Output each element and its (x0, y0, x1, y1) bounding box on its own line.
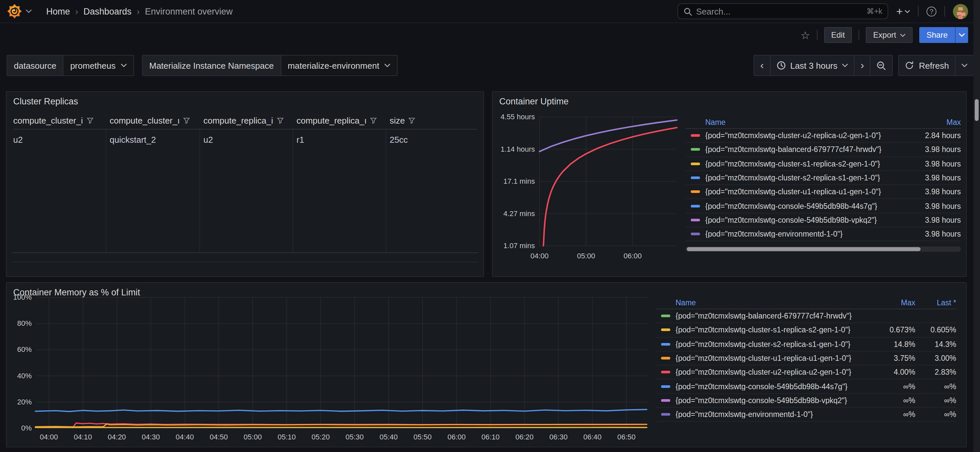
chevron-down-icon (121, 64, 127, 67)
add-new-button[interactable]: + (896, 6, 910, 17)
legend-series-name[interactable]: {pod="mz0tcmxlswtg-cluster-u1-replica-u1… (676, 354, 877, 362)
refresh-button[interactable]: Refresh (899, 56, 955, 75)
table-header-separator (13, 129, 477, 129)
panel-title: Container Uptime (499, 96, 569, 106)
grafana-logo-button[interactable] (6, 3, 32, 19)
filter-funnel-icon[interactable] (183, 117, 190, 124)
chevron-down-icon (900, 34, 905, 37)
refresh-interval-button[interactable] (955, 56, 974, 75)
x-axis-tick-label: 04:10 (74, 433, 92, 441)
x-axis-tick-label: 05:50 (414, 433, 431, 441)
legend-series-name[interactable]: {pod="mz0tcmxlswtg-cluster-s2-replica-s1… (705, 174, 915, 182)
legend-series-name[interactable]: {pod="mz0tcmxlswtg-console-549b5db98b-vp… (676, 396, 877, 404)
series-color-dash-icon (691, 149, 700, 151)
series-color-dash-icon (691, 176, 700, 179)
series-line (35, 409, 647, 411)
filter-funnel-icon[interactable] (86, 117, 94, 124)
legend-series-name[interactable]: {pod="mz0tcmxlswtg-environmentd-1-0"} (676, 410, 877, 418)
x-axis-tick-label: 04:20 (108, 433, 126, 441)
export-button[interactable]: Export (866, 27, 913, 43)
divider (918, 6, 919, 16)
time-shift-back-button[interactable]: ‹ (754, 56, 770, 75)
variable-datasource-label: datasource (7, 56, 63, 75)
x-axis-tick-label: 05:30 (346, 433, 364, 441)
legend-max-value: ∞% (877, 382, 915, 390)
legend-last-header[interactable]: Last * (915, 299, 956, 306)
table-cell: u2 (13, 135, 110, 145)
column-header-compute_replica_i[interactable]: compute_replica_i (204, 116, 296, 126)
legend-max-value: 3.98 hours (915, 216, 961, 224)
share-dropdown-button[interactable] (955, 27, 968, 43)
time-range-picker[interactable]: Last 3 hours (770, 56, 854, 75)
page-scrollbar-thumb[interactable] (975, 99, 979, 121)
legend-series-name[interactable]: {pod="mz0tcmxlswtg-environmentd-1-0"} (705, 230, 915, 238)
legend-row: {pod="mz0tcmxlswtg-console-549b5db98b-vp… (656, 394, 956, 408)
legend-series-name[interactable]: {pod="mz0tcmxlswtg-cluster-s2-replica-s1… (676, 340, 877, 348)
refresh-icon (905, 61, 914, 70)
edit-button[interactable]: Edit (824, 27, 852, 43)
legend-horizontal-scrollbar (686, 247, 961, 252)
scrollbar-thumb[interactable] (687, 248, 921, 251)
chevron-down-icon (842, 64, 848, 67)
legend-max-value: ∞% (877, 410, 915, 418)
legend-series-name[interactable]: {pod="mz0tcmxlswtg-cluster-u2-replica-u2… (676, 368, 877, 376)
legend-series-name[interactable]: {pod="mz0tcmxlswtg-balancerd-679777cf47-… (676, 312, 877, 320)
legend-name-header[interactable]: Name (705, 118, 915, 126)
legend-row: {pod="mz0tcmxlswtg-cluster-u2-replica-u2… (656, 366, 956, 380)
legend-series-name[interactable]: {pod="mz0tcmxlswtg-console-549b5db98b-44… (705, 202, 915, 210)
x-axis-tick-label: 06:30 (549, 433, 568, 441)
y-axis-tick-label: 40% (17, 372, 32, 380)
legend-last-value: ∞% (915, 410, 956, 418)
search-input[interactable]: Search... ⌘+k (678, 3, 888, 19)
star-favorite-icon[interactable]: ☆ (801, 29, 810, 41)
x-axis-tick-label: 04:30 (142, 433, 160, 441)
chevron-down-icon (905, 10, 910, 13)
legend-series-name[interactable]: {pod="mz0tcmxlswtg-balancerd-679777cf47-… (705, 146, 915, 153)
column-header-size[interactable]: size (390, 116, 482, 126)
column-header-compute_replica_ı[interactable]: compute_replica_ı (296, 116, 390, 126)
breadcrumb-separator-icon: › (75, 6, 78, 16)
filter-funnel-icon[interactable] (408, 117, 415, 124)
series-color-dash-icon (691, 233, 700, 235)
legend-last-value: 3.00% (915, 354, 956, 362)
memory-chart: 0%20%40%60%80%100%04:0004:1004:2004:3004… (6, 283, 654, 448)
legend-row: {pod="mz0tcmxlswtg-cluster-u1-replica-u1… (656, 351, 956, 366)
user-avatar[interactable] (953, 4, 968, 19)
legend-row: {pod="mz0tcmxlswtg-console-549b5db98b-vp… (686, 214, 961, 228)
breadcrumb-dashboards[interactable]: Dashboards (84, 6, 132, 16)
y-axis-tick-label: 4.27 mins (504, 209, 535, 218)
legend-series-name[interactable]: {pod="mz0tcmxlswtg-console-549b5db98b-vp… (705, 216, 915, 224)
zoom-out-button[interactable] (870, 56, 892, 75)
legend-series-name[interactable]: {pod="mz0tcmxlswtg-console-549b5db98b-44… (676, 382, 877, 390)
filter-funnel-icon[interactable] (370, 117, 377, 124)
legend-max-header[interactable]: Max (915, 118, 961, 126)
help-icon[interactable]: ? (926, 6, 936, 16)
legend-series-name[interactable]: {pod="mz0tcmxlswtg-cluster-u2-replica-u2… (705, 131, 915, 139)
x-axis-tick-label: 04:00 (40, 433, 58, 441)
variable-datasource-select[interactable]: prometheus (63, 56, 134, 75)
y-axis-tick-label: 80% (17, 319, 32, 327)
filter-funnel-icon[interactable] (276, 117, 284, 124)
column-header-compute_cluster_ı[interactable]: compute_cluster_ı (110, 116, 204, 126)
chevron-down-icon (959, 33, 965, 37)
time-shift-forward-button[interactable]: › (854, 56, 870, 75)
breadcrumb-home[interactable]: Home (46, 6, 70, 16)
legend-max-value: 4.00% (877, 368, 915, 376)
share-button[interactable]: Share (919, 27, 955, 43)
column-header-compute_cluster_i[interactable]: compute_cluster_i (13, 116, 110, 126)
nav-chevron-down-icon[interactable] (26, 9, 32, 13)
legend-last-value: ∞% (915, 396, 956, 404)
x-axis-tick-label: 04:00 (530, 252, 549, 260)
x-axis-tick-label: 06:10 (481, 433, 500, 441)
plus-icon: + (896, 6, 903, 17)
edit-label: Edit (831, 30, 845, 40)
legend-series-name[interactable]: {pod="mz0tcmxlswtg-cluster-s1-replica-s2… (705, 160, 915, 168)
legend-max-header[interactable]: Max (877, 299, 915, 306)
grafana-logo-icon (6, 3, 22, 19)
x-axis-tick-label: 04:40 (176, 433, 194, 441)
legend-series-name[interactable]: {pod="mz0tcmxlswtg-cluster-u1-replica-u1… (705, 188, 915, 196)
variable-namespace-select[interactable]: materialize-environment (280, 56, 397, 75)
legend-series-name[interactable]: {pod="mz0tcmxlswtg-cluster-s1-replica-s2… (676, 326, 877, 334)
series-line (35, 424, 647, 427)
legend-name-header[interactable]: Name (676, 299, 877, 306)
